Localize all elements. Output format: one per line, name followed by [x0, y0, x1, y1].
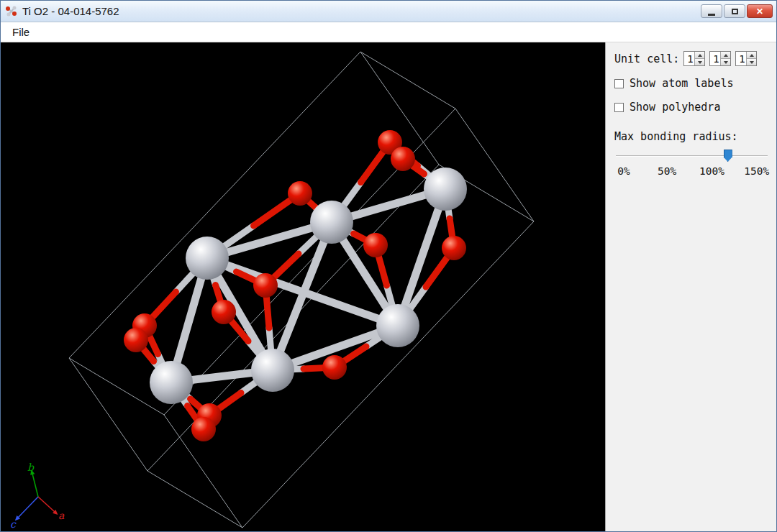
- structure-canvas[interactable]: bac: [1, 42, 605, 531]
- tick-label: 150%: [744, 165, 769, 177]
- control-panel: Unit cell: 1 1 1: [605, 42, 776, 531]
- unit-cell-c-down[interactable]: [747, 58, 756, 65]
- show-atom-labels-row: Show atom labels: [614, 77, 769, 90]
- unit-cell-b-up[interactable]: [721, 52, 730, 58]
- unit-cell-b-value[interactable]: 1: [710, 52, 720, 65]
- chevron-up-icon: [698, 54, 702, 57]
- slider-tick-labels: 0% 50% 100% 150%: [614, 165, 769, 180]
- minimize-button[interactable]: [701, 4, 722, 18]
- show-atom-labels-label: Show atom labels: [630, 77, 734, 90]
- show-atom-labels-checkbox[interactable]: [614, 79, 624, 88]
- restore-button[interactable]: [724, 4, 745, 18]
- show-polyhedra-label: Show polyhedra: [630, 101, 720, 114]
- close-button[interactable]: ✕: [747, 4, 773, 18]
- app-icon: [5, 5, 18, 18]
- chevron-up-icon: [750, 54, 754, 57]
- svg-text:c: c: [10, 518, 17, 530]
- unit-cell-a-down[interactable]: [695, 58, 704, 65]
- unit-cell-a-up[interactable]: [695, 52, 704, 58]
- tick-label: 100%: [699, 165, 724, 177]
- window-title: Ti O2 - 04-014-5762: [22, 5, 119, 17]
- svg-text:a: a: [58, 510, 65, 521]
- tick-label: 50%: [658, 165, 676, 177]
- menu-file[interactable]: File: [6, 24, 35, 40]
- chevron-down-icon: [698, 61, 702, 64]
- unit-cell-c-spinner[interactable]: 1: [735, 51, 757, 66]
- unit-cell-a-spinner[interactable]: 1: [683, 51, 705, 66]
- unit-cell-c-up[interactable]: [747, 52, 756, 58]
- unit-cell-a-value[interactable]: 1: [684, 52, 694, 65]
- svg-text:b: b: [27, 462, 35, 473]
- unit-cell-b-down[interactable]: [721, 58, 730, 65]
- slider-thumb[interactable]: [724, 150, 732, 162]
- unit-cell-b-spinner[interactable]: 1: [709, 51, 731, 66]
- content-area: bac Unit cell: 1 1: [1, 42, 776, 531]
- chevron-up-icon: [724, 54, 728, 57]
- chevron-down-icon: [724, 61, 728, 64]
- minimize-icon: [708, 14, 715, 16]
- unit-cell-row: Unit cell: 1 1 1: [614, 51, 769, 66]
- restore-icon: [732, 9, 738, 14]
- app-window: Ti O2 - 04-014-5762 ✕ File: [0, 0, 777, 532]
- max-bonding-radius-label: Max bonding radius:: [614, 130, 769, 143]
- title-bar[interactable]: Ti O2 - 04-014-5762 ✕: [1, 1, 776, 22]
- chevron-down-icon: [750, 61, 754, 64]
- menu-bar: File: [1, 22, 776, 42]
- window-controls: ✕: [701, 4, 773, 18]
- structure-viewport[interactable]: bac: [1, 42, 605, 531]
- show-polyhedra-checkbox[interactable]: [614, 103, 624, 112]
- tick-label: 0%: [617, 165, 630, 177]
- bonding-radius-slider[interactable]: [614, 147, 769, 163]
- unit-cell-label: Unit cell:: [614, 52, 679, 65]
- show-polyhedra-row: Show polyhedra: [614, 101, 769, 114]
- slider-groove[interactable]: [616, 155, 768, 157]
- unit-cell-c-value[interactable]: 1: [736, 52, 746, 65]
